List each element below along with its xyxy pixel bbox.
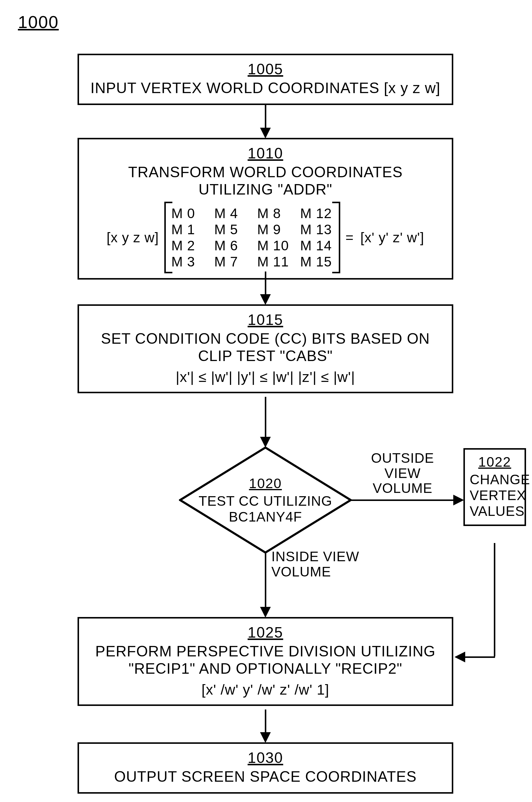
node-1005-num: 1005 (85, 60, 446, 78)
node-1022-line2: VERTEX (470, 487, 520, 503)
node-1022-num: 1022 (470, 454, 520, 470)
m-cell: M 4 (214, 205, 247, 221)
conn-1022-left (464, 656, 495, 658)
arrow-1010-1015-head (260, 294, 271, 305)
node-1010-matrix: M 0 M 4 M 8 M 12 M 1 M 5 M 9 M 13 M 2 M … (166, 204, 339, 272)
node-1022: 1022 CHANGE VERTEX VALUES (463, 448, 526, 526)
m-cell: M 8 (258, 205, 290, 221)
node-1005-text: INPUT VERTEX WORLD COORDINATES [x y z w] (85, 80, 446, 97)
node-1010-line1: TRANSFORM WORLD COORDINATES (85, 164, 446, 181)
node-1020: 1020 TEST CC UTILIZING BC1ANY4F (179, 446, 352, 554)
node-1010-lhs: [x y z w] (107, 229, 159, 245)
m-cell: M 2 (171, 238, 204, 254)
m-cell: M 1 (171, 221, 204, 238)
arrow-1020-1022-head (453, 495, 464, 505)
node-1015-num: 1015 (85, 311, 446, 329)
m-cell: M 3 (171, 254, 204, 270)
conn-1022-down (494, 543, 495, 656)
arrow-1025-1030-head (260, 732, 271, 743)
node-1010-line2: UTILIZING "ADDR" (85, 181, 446, 199)
node-1030-num: 1030 (85, 749, 446, 766)
node-1022-line3: VALUES (470, 503, 520, 519)
m-cell: M 7 (214, 254, 247, 270)
arrow-1020-1022-line (351, 500, 454, 501)
node-1020-line1: TEST CC UTILIZING (198, 493, 332, 509)
node-1020-line2: BC1ANY4F (229, 509, 302, 525)
node-1015-expr: |x'| ≤ |w'| |y'| ≤ |w'| |z'| ≤ |w'| (85, 369, 446, 385)
arrow-1020-1025-line (265, 553, 266, 608)
arrow-1010-1015-line (265, 272, 266, 295)
figure-number: 1000 (18, 12, 59, 32)
arrow-1015-1020-line (265, 397, 266, 438)
node-1025: 1025 PERFORM PERSPECTIVE DIVISION UTILIZ… (78, 617, 453, 706)
arrow-1020-1025-head (260, 607, 271, 618)
arrow-1005-1010-line (265, 105, 266, 129)
label-inside: INSIDE VIEW VOLUME (271, 549, 361, 579)
arrow-1025-1030-line (265, 709, 266, 733)
m-cell: M 13 (300, 221, 333, 238)
m-cell: M 11 (258, 254, 290, 270)
node-1020-num: 1020 (249, 475, 282, 491)
node-1025-line1: PERFORM PERSPECTIVE DIVISION UTILIZING (85, 643, 446, 660)
m-cell: M 5 (214, 221, 247, 238)
node-1030: 1030 OUTPUT SCREEN SPACE COORDINATES (78, 742, 453, 794)
flowchart-canvas: 1000 1005 INPUT VERTEX WORLD COORDINATES… (0, 0, 532, 802)
node-1005: 1005 INPUT VERTEX WORLD COORDINATES [x y… (78, 54, 453, 105)
node-1030-text: OUTPUT SCREEN SPACE COORDINATES (85, 768, 446, 786)
node-1022-line1: CHANGE (470, 472, 520, 487)
node-1010: 1010 TRANSFORM WORLD COORDINATES UTILIZI… (78, 138, 453, 280)
m-cell: M 9 (258, 221, 290, 238)
node-1010-equation: [x y z w] M 0 M 4 M 8 M 12 M 1 M 5 M 9 M… (85, 204, 446, 272)
node-1015: 1015 SET CONDITION CODE (CC) BITS BASED … (78, 304, 453, 393)
node-1010-num: 1010 (85, 145, 446, 162)
m-cell: M 0 (171, 205, 204, 221)
arrow-1005-1010-head (260, 128, 271, 138)
node-1010-eq: = (346, 229, 354, 245)
node-1015-line2: CLIP TEST "CABS" (85, 348, 446, 365)
label-outside: OUTSIDE VIEW VOLUME (355, 450, 450, 496)
m-cell: M 14 (300, 238, 333, 254)
node-1025-line2: "RECIP1" AND OPTIONALLY "RECIP2" (85, 660, 446, 677)
node-1010-rhs: [x' y' z' w'] (360, 229, 424, 245)
m-cell: M 10 (258, 238, 290, 254)
node-1025-num: 1025 (85, 624, 446, 641)
conn-1022-arrow (454, 652, 465, 663)
m-cell: M 6 (214, 238, 247, 254)
node-1015-line1: SET CONDITION CODE (CC) BITS BASED ON (85, 330, 446, 348)
node-1025-expr: [x' /w' y' /w' z' /w' 1] (85, 682, 446, 698)
m-cell: M 15 (300, 254, 333, 270)
m-cell: M 12 (300, 205, 333, 221)
arrow-1015-1020-head (260, 437, 271, 448)
